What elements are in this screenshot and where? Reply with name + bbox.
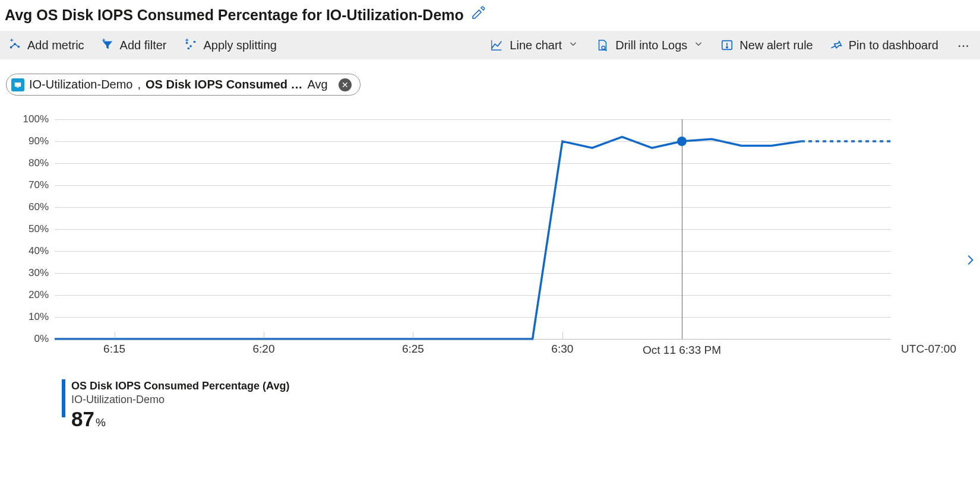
y-tick-label: 90%	[29, 135, 49, 147]
add-metric-button[interactable]: + Add metric	[8, 39, 84, 52]
pill-metric: OS Disk IOPS Consumed …	[146, 78, 303, 91]
close-icon[interactable]: ✕	[339, 78, 352, 91]
alert-icon	[720, 39, 734, 52]
legend-metric-name: OS Disk IOPS Consumed Percentage (Avg)	[71, 379, 289, 393]
pin-dashboard-label: Pin to dashboard	[849, 39, 938, 52]
legend-unit: %	[96, 416, 106, 430]
chart-toolbar: + Add metric + Add filter + Apply splitt…	[0, 31, 980, 59]
y-tick-label: 10%	[29, 311, 49, 323]
legend-value: 87	[71, 406, 94, 432]
svg-point-8	[187, 47, 189, 50]
line-chart-icon	[489, 39, 504, 52]
pin-icon	[830, 39, 843, 52]
add-filter-label: Add filter	[120, 39, 167, 52]
svg-point-6	[189, 45, 192, 47]
y-tick-label: 50%	[29, 223, 49, 235]
y-tick-label: 40%	[29, 245, 49, 257]
expand-right-button[interactable]	[963, 249, 976, 273]
add-filter-button[interactable]: + Add filter	[101, 39, 167, 52]
add-metric-label: Add metric	[27, 39, 84, 52]
legend-resource: IO-Utilization-Demo	[71, 393, 289, 407]
svg-text:+: +	[185, 39, 188, 43]
timezone-label: UTC-07:00	[901, 343, 956, 356]
y-tick-label: 70%	[29, 179, 49, 191]
x-tick-label: 6:20	[253, 343, 275, 356]
vm-icon	[11, 78, 24, 91]
y-tick-label: 60%	[29, 201, 49, 213]
svg-point-10	[602, 46, 605, 50]
svg-rect-14	[17, 87, 19, 87]
x-tick-label: 6:25	[402, 343, 424, 356]
y-tick-label: 80%	[29, 157, 49, 169]
apply-splitting-label: Apply splitting	[204, 39, 277, 52]
edit-title-icon[interactable]	[471, 6, 485, 24]
hover-point	[677, 137, 687, 146]
y-tick-label: 0%	[34, 333, 49, 345]
chart-legend[interactable]: OS Disk IOPS Consumed Percentage (Avg) I…	[20, 369, 956, 432]
logs-icon	[595, 39, 609, 52]
y-tick-label: 100%	[23, 113, 49, 125]
new-alert-label: New alert rule	[739, 39, 813, 52]
x-tick-label: 6:15	[103, 343, 125, 356]
y-tick-label: 30%	[29, 267, 49, 279]
hover-guideline	[682, 119, 682, 339]
chevron-down-icon	[568, 39, 578, 52]
chart-type-dropdown[interactable]: Line chart	[489, 39, 578, 52]
more-menu-button[interactable]: ···	[955, 37, 972, 53]
chart-plot[interactable]: 0%10%20%30%40%50%60%70%80%90%100% 6:156:…	[55, 119, 956, 369]
new-alert-rule-button[interactable]: New alert rule	[720, 39, 813, 52]
legend-color-bar	[62, 379, 65, 417]
page-title: Avg OS Disk IOPS Consumed Percentage for…	[5, 7, 464, 24]
drill-logs-label: Drill into Logs	[615, 39, 687, 52]
svg-text:+: +	[102, 39, 105, 43]
chevron-down-icon	[693, 39, 704, 52]
svg-rect-13	[15, 82, 21, 86]
metric-pill[interactable]: IO-Utilization-Demo, OS Disk IOPS Consum…	[6, 74, 361, 96]
drill-into-logs-button[interactable]: Drill into Logs	[595, 39, 704, 52]
add-metric-icon: +	[8, 39, 21, 52]
svg-point-7	[193, 41, 195, 43]
svg-text:+: +	[10, 39, 14, 43]
svg-point-12	[726, 47, 728, 48]
x-tick-label: 6:30	[551, 343, 573, 356]
pill-resource: IO-Utilization-Demo	[29, 78, 132, 91]
hover-time-label: Oct 11 6:33 PM	[643, 344, 721, 357]
y-tick-label: 20%	[29, 289, 49, 301]
pill-agg: Avg	[308, 78, 328, 91]
filter-icon: +	[101, 39, 114, 52]
chart-type-label: Line chart	[510, 39, 562, 52]
pin-to-dashboard-button[interactable]: Pin to dashboard	[830, 39, 938, 52]
apply-splitting-button[interactable]: + Apply splitting	[184, 39, 277, 52]
splitting-icon: +	[184, 39, 198, 52]
